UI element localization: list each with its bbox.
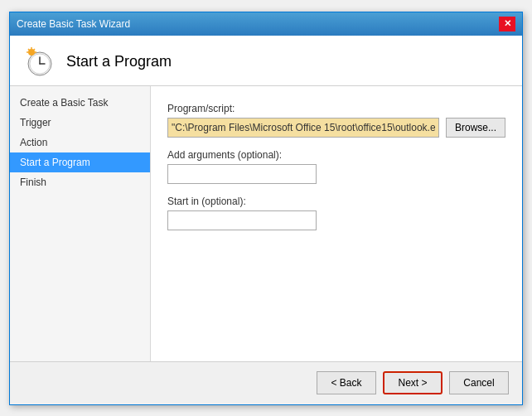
program-script-field: Program/script: Browse... <box>167 103 505 138</box>
main-content: Program/script: Browse... Add arguments … <box>151 86 522 361</box>
content-area: Create a Basic Task Trigger Action Start… <box>10 86 522 361</box>
sidebar: Create a Basic Task Trigger Action Start… <box>10 86 151 361</box>
close-button[interactable]: ✕ <box>499 17 515 31</box>
sidebar-item-trigger[interactable]: Trigger <box>10 113 150 133</box>
start-in-label: Start in (optional): <box>167 196 505 207</box>
browse-button[interactable]: Browse... <box>446 118 505 138</box>
start-in-field: Start in (optional): <box>167 196 505 230</box>
add-arguments-input[interactable] <box>167 164 317 184</box>
sidebar-item-create-basic-task[interactable]: Create a Basic Task <box>10 93 150 113</box>
start-in-input[interactable] <box>167 210 317 230</box>
window-title: Create Basic Task Wizard <box>17 18 130 30</box>
program-script-label: Program/script: <box>167 103 505 114</box>
header-title: Start a Program <box>66 53 172 70</box>
footer: < Back Next > Cancel <box>10 361 522 404</box>
program-script-input[interactable] <box>167 118 439 138</box>
add-arguments-label: Add arguments (optional): <box>167 149 505 161</box>
add-arguments-row <box>167 164 505 184</box>
svg-line-8 <box>34 49 36 51</box>
header-section: Start a Program <box>10 36 522 86</box>
titlebar: Create Basic Task Wizard ✕ <box>10 12 522 36</box>
start-in-row <box>167 210 505 230</box>
program-script-row: Browse... <box>167 118 505 138</box>
header-icon <box>23 46 56 79</box>
back-button[interactable]: < Back <box>317 371 376 394</box>
sidebar-item-start-a-program[interactable]: Start a Program <box>10 152 150 172</box>
svg-line-9 <box>28 49 30 51</box>
sidebar-item-finish[interactable]: Finish <box>10 172 150 192</box>
add-arguments-field: Add arguments (optional): <box>167 149 505 184</box>
wizard-window: Create Basic Task Wizard ✕ Start a Progr… <box>9 12 523 405</box>
next-button[interactable]: Next > <box>383 371 443 394</box>
cancel-button[interactable]: Cancel <box>449 371 509 394</box>
sidebar-item-action[interactable]: Action <box>10 133 150 152</box>
